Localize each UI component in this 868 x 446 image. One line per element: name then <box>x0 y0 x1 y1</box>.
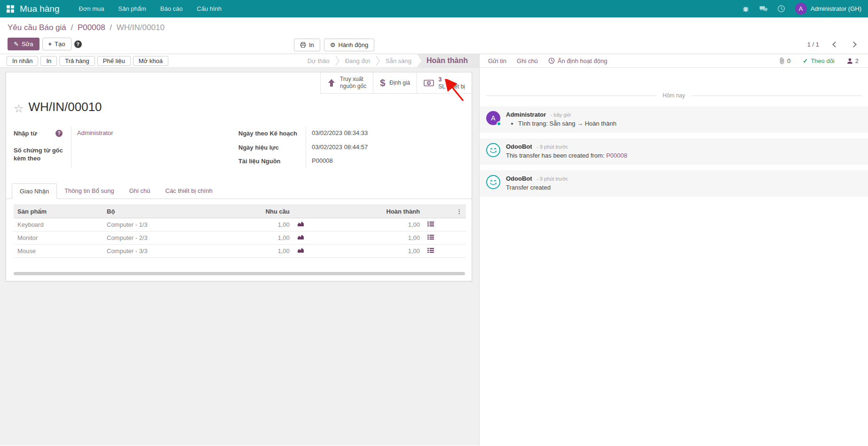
field-value-receive-from[interactable]: Administrator <box>71 127 231 143</box>
print-button-secondary[interactable]: In <box>40 56 57 66</box>
send-message-button[interactable]: Gửi tin <box>488 57 506 64</box>
menu-don-mua[interactable]: Đơn mua <box>72 0 111 17</box>
unlock-button[interactable]: Mở khoá <box>133 56 168 66</box>
arrow-up-icon <box>327 79 336 87</box>
edit-button[interactable]: ✎ Sửa <box>8 38 39 50</box>
form-view: In nhãn In Trả hàng Phế liệu Mở khoá Dự … <box>0 54 480 446</box>
field-value-scheduled-date[interactable]: 03/02/2023 08:34:33 <box>306 127 464 141</box>
control-panel: Yêu cầu Báo giá / P00008 / WH/IN/00010 ✎… <box>0 17 868 54</box>
return-button[interactable]: Trả hàng <box>59 56 95 66</box>
table-row[interactable]: Mouse Computer - 3/3 1,00 1,00 <box>14 244 466 257</box>
breadcrumb-p00008[interactable]: P00008 <box>78 23 105 32</box>
field-label-source-document: Tài liệu Nguồn <box>238 154 306 168</box>
col-product[interactable]: Sản phẩm <box>14 205 103 218</box>
table-header-row: Sản phẩm Bộ Nhu cầu Hoàn thành ⋮ <box>14 205 466 218</box>
step-waiting[interactable]: Đang đợi <box>339 57 376 64</box>
message-record-link[interactable]: P00008 <box>606 152 627 159</box>
table-horizontal-scrollbar[interactable] <box>14 272 465 275</box>
step-ready[interactable]: Sẵn sàng <box>380 57 417 64</box>
traceability-smart-button[interactable]: Truy xuấtnguồn gốc <box>320 72 373 93</box>
optional-columns-icon[interactable]: ⋮ <box>442 205 466 218</box>
tab-main-devices[interactable]: Các thiết bị chính <box>158 183 220 199</box>
chatter-message: OdooBot - 9 phút trước This transfer has… <box>480 138 868 165</box>
help-button[interactable]: ? <box>74 39 85 49</box>
follow-button[interactable]: ✓ Theo dõi <box>803 57 835 64</box>
log-note-button[interactable]: Ghi chú <box>517 57 538 64</box>
print-labels-button[interactable]: In nhãn <box>7 56 38 66</box>
col-done[interactable]: Hoàn thành <box>331 205 424 218</box>
col-set[interactable]: Bộ <box>103 205 204 218</box>
pager-prev-icon[interactable] <box>832 41 838 48</box>
forecast-chart-icon[interactable] <box>293 231 331 244</box>
attachments-button[interactable]: 0 <box>779 57 790 64</box>
scrap-button[interactable]: Phế liệu <box>97 56 131 66</box>
create-button[interactable]: + Tạo <box>42 38 71 50</box>
message-text: This transfer has been created from: <box>506 152 606 159</box>
message-author[interactable]: Administrator <box>506 111 546 118</box>
money-icon: 1 <box>424 80 434 87</box>
status-steps: Dự thảo Đang đợi Sẵn sàng Hoàn thành <box>302 54 479 67</box>
menu-cau-hinh[interactable]: Cấu hình <box>190 0 229 17</box>
breadcrumb-separator: / <box>71 23 73 32</box>
field-label-scheduled-date: Ngày theo Kế hoạch <box>238 127 306 141</box>
message-text: Transfer created <box>506 184 568 191</box>
table-row[interactable]: Monitor Computer - 2/3 1,00 1,00 <box>14 231 466 244</box>
message-author[interactable]: OdooBot <box>506 143 532 150</box>
gear-icon: ⚙ <box>330 41 336 48</box>
chatter-toolbar: Gửi tin Ghi chú Ấn định hoạt động 0 ✓ Th… <box>480 54 868 68</box>
document-title: WH/IN/00010 <box>29 100 102 114</box>
menu-bao-cao[interactable]: Báo cáo <box>153 0 190 17</box>
chatter-message: OdooBot - 9 phút trước Transfer created <box>480 170 868 197</box>
breadcrumb-rfq[interactable]: Yêu cầu Báo giá <box>8 23 66 32</box>
smart-buttons: Truy xuấtnguồn gốc $ Định giá 1 3SL Thiế… <box>320 72 472 94</box>
col-demand[interactable]: Nhu cầu <box>204 205 293 218</box>
check-icon: ✓ <box>803 57 808 64</box>
table-row[interactable]: Keyboard Computer - 1/3 1,00 1,00 <box>14 218 466 231</box>
detailed-operations-icon[interactable] <box>424 231 442 244</box>
person-icon <box>847 58 853 64</box>
field-value-source-document[interactable]: P00008 <box>306 154 464 168</box>
field-group-right: Ngày theo Kế hoạch 03/02/2023 08:34:33 N… <box>238 127 464 168</box>
user-menu[interactable]: A Administrator (GH) <box>795 3 861 15</box>
user-avatar: A <box>795 3 807 15</box>
action-button[interactable]: ⚙ Hành động <box>324 39 374 51</box>
tab-note[interactable]: Ghi chú <box>122 183 158 199</box>
col-forecast <box>293 205 331 218</box>
step-done-active[interactable]: Hoàn thành <box>417 54 479 67</box>
field-label-effective-date: Ngày hiệu lực <box>238 141 306 155</box>
favorite-star-icon[interactable]: ☆ <box>14 103 24 114</box>
tab-operations[interactable]: Giao Nhận <box>12 183 57 199</box>
field-value-effective-date[interactable]: 03/02/2023 08:44:57 <box>306 141 464 155</box>
forecast-chart-icon[interactable] <box>293 218 331 231</box>
step-draft[interactable]: Dự thảo <box>302 57 335 64</box>
forecast-chart-icon[interactable] <box>293 244 331 257</box>
followers-button[interactable]: 2 <box>847 57 859 64</box>
paperclip-icon <box>779 57 785 64</box>
debug-bug-icon[interactable] <box>742 5 750 13</box>
apps-grid-icon[interactable] <box>7 5 14 13</box>
pencil-icon: ✎ <box>14 40 19 48</box>
app-brand[interactable]: Mua hàng <box>20 4 60 14</box>
device-count-smart-button[interactable]: 1 3SL Thiết bị <box>417 72 472 93</box>
col-detail <box>424 205 442 218</box>
detailed-operations-icon[interactable] <box>424 244 442 257</box>
field-value-source-doc-attached[interactable] <box>71 143 231 168</box>
schedule-activity-button[interactable]: Ấn định hoạt động <box>548 57 608 64</box>
pager-next-icon[interactable] <box>851 41 857 48</box>
field-label-receive-from: Nhập từ ? <box>14 127 71 143</box>
printer-icon <box>300 42 306 48</box>
odoobot-avatar <box>486 143 500 157</box>
field-help-icon[interactable]: ? <box>55 130 63 137</box>
tab-additional-info[interactable]: Thông tin Bổ sung <box>57 183 122 199</box>
user-name: Administrator (GH) <box>811 5 861 12</box>
messages-icon[interactable] <box>759 5 768 13</box>
print-button[interactable]: In <box>294 39 320 51</box>
clock-icon <box>548 57 555 64</box>
valuation-smart-button[interactable]: $ Định giá <box>373 72 417 93</box>
activities-clock-icon[interactable] <box>777 5 786 13</box>
message-author[interactable]: OdooBot <box>506 175 532 182</box>
question-icon: ? <box>74 40 82 48</box>
form-sheet: Truy xuấtnguồn gốc $ Định giá 1 3SL Thiế… <box>6 72 472 281</box>
detailed-operations-icon[interactable] <box>424 218 442 231</box>
menu-san-pham[interactable]: Sản phẩm <box>111 0 153 17</box>
